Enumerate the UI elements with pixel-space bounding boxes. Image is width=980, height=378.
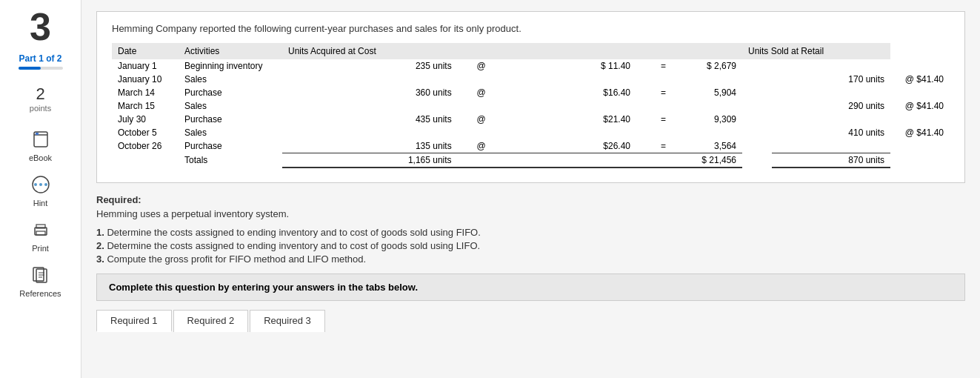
cell-eq — [636, 73, 690, 86]
cell-cost: 9,309 — [690, 113, 742, 126]
cell-activity: Beginning inventory — [179, 59, 282, 73]
cell-activity: Sales — [179, 99, 282, 113]
cell-at: @ — [458, 59, 505, 73]
table-row: July 30 Purchase 435 units @ $21.40 = 9,… — [112, 113, 950, 126]
required-system: Hemming uses a perpetual inventory syste… — [96, 208, 965, 219]
cell-retail — [890, 59, 950, 73]
requirement-1: 1. Determine the costs assigned to endin… — [96, 227, 965, 238]
cell-price — [505, 99, 636, 113]
cell-cost — [690, 126, 742, 139]
tab-required-1[interactable]: Required 1 — [96, 310, 172, 332]
cell-at — [458, 73, 505, 86]
references-icon — [28, 263, 52, 287]
cell-eq — [636, 126, 690, 139]
ebook-icon — [29, 127, 53, 151]
cell-cost: 5,904 — [690, 86, 742, 99]
cell-at: @ — [458, 139, 505, 153]
print-icon — [29, 218, 53, 242]
problem-number: 3 — [30, 7, 51, 46]
ebook-label: eBook — [29, 153, 52, 162]
cell-retail — [890, 139, 950, 153]
table-row: March 14 Purchase 360 units @ $16.40 = 5… — [112, 86, 950, 99]
cell-date: January 1 — [112, 59, 179, 73]
cell-price: $ 11.40 — [505, 59, 636, 73]
cell-price — [505, 126, 636, 139]
totals-label: Totals — [179, 153, 282, 168]
table-divider-row: Totals 1,165 units $ 21,456 870 units — [112, 153, 950, 168]
references-label: References — [19, 289, 61, 298]
cell-units-sold: 410 units — [772, 126, 890, 139]
cell-at — [458, 126, 505, 139]
cell-activity: Purchase — [179, 113, 282, 126]
main-content: Hemming Company reported the following c… — [81, 0, 980, 378]
cell-activity: Sales — [179, 126, 282, 139]
cell-cost — [690, 73, 742, 86]
cell-cost: $ 2,679 — [690, 59, 742, 73]
cell-units-acq — [282, 73, 458, 86]
requirement-2: 2. Determine the costs assigned to endin… — [96, 240, 965, 251]
col-header-units-sold: Units Sold at Retail — [742, 43, 890, 59]
cell-price: $26.40 — [505, 139, 636, 153]
complete-box-text: Complete this question by entering your … — [109, 282, 418, 293]
points-label: points — [30, 104, 51, 113]
references-button[interactable]: References — [19, 263, 61, 298]
question-intro: Hemming Company reported the following c… — [112, 23, 950, 34]
cell-units-sold — [772, 86, 890, 99]
cell-units-acq: 135 units — [282, 139, 458, 153]
cell-date: October 26 — [112, 139, 179, 153]
cell-units-acq: 435 units — [282, 113, 458, 126]
question-box: Hemming Company reported the following c… — [96, 11, 965, 183]
cell-retail — [890, 113, 950, 126]
cell-date: March 14 — [112, 86, 179, 99]
totals-units-acq: 1,165 units — [282, 153, 458, 168]
cell-units-sold: 290 units — [772, 99, 890, 113]
cell-at: @ — [458, 86, 505, 99]
cell-units-sold — [772, 113, 890, 126]
cell-price: $21.40 — [505, 113, 636, 126]
cell-activity: Sales — [179, 73, 282, 86]
totals-cost: $ 21,456 — [690, 153, 742, 168]
cell-date: October 5 — [112, 126, 179, 139]
cell-cost — [690, 99, 742, 113]
ebook-button[interactable]: eBook — [29, 127, 53, 162]
print-label: Print — [32, 244, 49, 253]
cell-units-sold — [772, 59, 890, 73]
cell-eq — [636, 99, 690, 113]
required-label: Required: — [96, 194, 141, 205]
hint-button[interactable]: Hint — [29, 173, 53, 208]
part-label: Part 1 of 2 — [19, 53, 61, 64]
cell-at: @ — [458, 113, 505, 126]
cell-eq: = — [636, 86, 690, 99]
cell-date: March 15 — [112, 99, 179, 113]
cell-at — [458, 99, 505, 113]
cell-eq: = — [636, 59, 690, 73]
svg-rect-2 — [36, 133, 39, 135]
cell-eq: = — [636, 139, 690, 153]
svg-point-6 — [44, 183, 47, 186]
cell-price: $16.40 — [505, 86, 636, 99]
cell-date: July 30 — [112, 113, 179, 126]
cell-activity: Purchase — [179, 86, 282, 99]
cell-activity: Purchase — [179, 139, 282, 153]
col-header-date: Date — [112, 43, 179, 59]
table-row: January 1 Beginning inventory 235 units … — [112, 59, 950, 73]
complete-box: Complete this question by entering your … — [96, 273, 965, 301]
cell-units-acq — [282, 99, 458, 113]
cell-retail: @ $41.40 — [890, 126, 950, 139]
table-header-row: Date Activities Units Acquired at Cost U… — [112, 43, 950, 59]
cell-retail — [890, 86, 950, 99]
col-header-units-acquired: Units Acquired at Cost — [282, 43, 690, 59]
print-button[interactable]: Print — [29, 218, 53, 253]
tab-required-2[interactable]: Required 2 — [173, 310, 249, 332]
totals-units-sold: 870 units — [772, 153, 890, 168]
svg-point-4 — [34, 183, 37, 186]
instructions: 1. Determine the costs assigned to endin… — [96, 227, 965, 265]
tab-required-3[interactable]: Required 3 — [250, 310, 325, 332]
inventory-table: Date Activities Units Acquired at Cost U… — [112, 43, 950, 171]
points-number: 2 — [36, 84, 44, 104]
hint-icon — [29, 173, 53, 196]
cell-units-sold — [772, 139, 890, 153]
cell-date: January 10 — [112, 73, 179, 86]
part-progress-fill — [19, 67, 41, 70]
table-row: January 10 Sales 170 units @ $41.40 — [112, 73, 950, 86]
